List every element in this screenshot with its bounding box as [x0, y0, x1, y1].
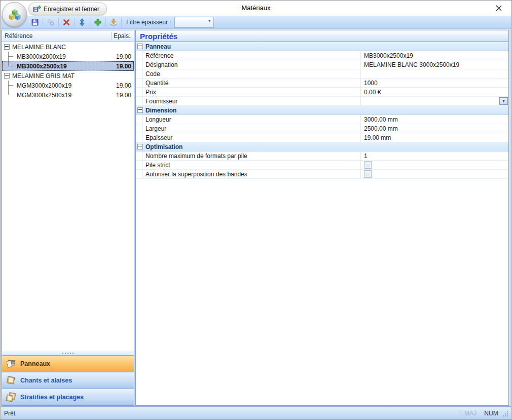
row-gutter [136, 115, 142, 124]
property-name: Epaisseur [142, 133, 361, 142]
section-header-panneau[interactable]: Panneau [136, 42, 508, 51]
tree-row[interactable]: MB3000x2000x1919.00 [2, 52, 134, 61]
toolbar-separator [74, 18, 75, 27]
nav-item-label: Stratifiés et placages [20, 394, 84, 401]
property-value[interactable]: 3000.00 mm [361, 115, 508, 124]
section-header-dimension[interactable]: Dimension [136, 106, 508, 115]
tree-connector [4, 81, 15, 90]
tree-connector [4, 90, 15, 100]
property-row-designation: DésignationMELAMINE BLANC 3000x2500x19 [136, 60, 508, 69]
tree-row-thickness: 19.00 [111, 92, 134, 99]
main-toolbar: Filtre épaisseur : ▼ [1, 16, 511, 29]
filter-thickness-label: Filtre épaisseur : [126, 19, 171, 26]
column-thickness[interactable]: Epais. [112, 32, 134, 40]
property-row-longueur: Longueur3000.00 mm [136, 115, 508, 124]
collapse-toggle[interactable] [137, 144, 143, 149]
properties-panel: Propriétés PanneauRéférenceMB3000x2500x1… [135, 30, 509, 406]
tree-row[interactable]: MGM3000x2000x1919.00 [2, 81, 134, 90]
property-value[interactable] [361, 170, 508, 178]
property-name: Prix [142, 88, 361, 96]
property-name: Désignation [142, 60, 361, 69]
property-value[interactable]: 1000 [361, 79, 508, 87]
column-reference[interactable]: Référence [2, 32, 111, 40]
property-value[interactable]: MB3000x2500x19 [361, 51, 508, 60]
property-value-text: MB3000x2500x19 [364, 52, 413, 59]
property-name: Nombre maximum de formats par pile [142, 151, 361, 160]
resize-grip-icon[interactable] [502, 410, 510, 418]
property-value-text: MELAMINE BLANC 3000x2500x19 [364, 61, 459, 68]
property-name: Autoriser la superposition des bandes [142, 170, 361, 178]
row-gutter [136, 97, 142, 105]
tree-row-thickness: 19.00 [111, 53, 134, 60]
properties-title: Propriétés [136, 30, 508, 42]
property-row-nombre-maximum-de-formats-par-pile: Nombre maximum de formats par pile1 [136, 151, 508, 161]
row-gutter [136, 69, 142, 78]
row-gutter [136, 133, 142, 142]
property-value[interactable]: 1 [361, 151, 508, 160]
property-name: Quantité [142, 79, 361, 87]
tree-row-label: MGM3000x2500x19 [17, 92, 71, 99]
materials-tree: MELAMINE BLANCMB3000x2000x1919.00MB3000x… [2, 42, 134, 351]
collapse-toggle[interactable] [137, 44, 143, 49]
toolbar-separator [58, 18, 59, 27]
property-row-code: Code [136, 69, 508, 79]
property-value[interactable] [361, 161, 508, 169]
toolbar-button-save[interactable] [29, 17, 41, 28]
property-row-pile-strict: Pile strict [136, 161, 508, 170]
toolbar-button-import[interactable] [107, 17, 120, 28]
toolbar-button-add[interactable] [92, 17, 104, 28]
application-menu-button[interactable] [2, 2, 27, 27]
row-gutter [136, 170, 142, 178]
materials-window: Matériaux Enregistrer et fermer [0, 0, 512, 420]
property-value-text: 19.00 mm [364, 134, 391, 141]
num-lock-indicator: NUM [481, 410, 502, 417]
save-icon [31, 18, 39, 26]
tree-column-header[interactable]: Référence Epais. [2, 30, 134, 42]
checkbox[interactable] [364, 161, 372, 169]
property-value[interactable]: MELAMINE BLANC 3000x2500x19 [361, 60, 508, 69]
toolbar-button-move-up-down[interactable] [76, 17, 88, 28]
property-name: Largeur [142, 124, 361, 133]
app-cubes-icon [6, 6, 23, 23]
properties-grid: PanneauRéférenceMB3000x2500x19Désignatio… [136, 42, 508, 405]
tree-row-label: MGM3000x2000x19 [17, 82, 71, 89]
save-and-close-label: Enregistrer et fermer [44, 6, 99, 13]
checkbox[interactable] [364, 170, 372, 178]
row-gutter [136, 60, 142, 69]
edge-band-icon [5, 375, 17, 386]
property-value[interactable]: ▼ [361, 97, 508, 105]
collapse-toggle[interactable] [4, 73, 10, 79]
property-value-text: 3000.00 mm [364, 116, 398, 123]
tree-row-label: MB3000x2500x19 [17, 63, 67, 70]
save-and-close-button[interactable]: Enregistrer et fermer [28, 3, 107, 15]
section-header-optimisation[interactable]: Optimisation [136, 142, 508, 151]
property-value-text: 1000 [364, 80, 378, 87]
property-value[interactable]: 0.00 € [361, 88, 508, 96]
dropdown-button[interactable]: ▼ [499, 97, 508, 105]
property-value[interactable]: 2500.00 mm [361, 124, 508, 133]
nav-item-label: Chants et alaises [20, 377, 72, 384]
nav-splitter[interactable] [2, 351, 134, 355]
laminate-icon [5, 392, 17, 403]
collapse-toggle[interactable] [4, 44, 10, 50]
property-value[interactable]: 19.00 mm [361, 133, 508, 142]
property-row-quantite: Quantité1000 [136, 79, 508, 88]
collapse-toggle[interactable] [137, 107, 143, 113]
toolbar-separator [90, 18, 90, 27]
tree-row-thickness: 19.00 [111, 82, 134, 89]
property-row-epaisseur: Epaisseur19.00 mm [136, 133, 508, 142]
close-button[interactable] [492, 3, 505, 14]
property-value[interactable] [361, 69, 508, 78]
property-row-largeur: Largeur2500.00 mm [136, 124, 508, 133]
tree-group-row[interactable]: MELAMINE GRIS MAT [2, 71, 134, 81]
tree-group-row[interactable]: MELAMINE BLANC [2, 42, 134, 52]
panels-stack-icon [5, 358, 17, 369]
toolbar-button-delete[interactable] [60, 17, 72, 28]
nav-item-panneaux[interactable]: Panneaux [2, 355, 134, 372]
toolbar-button-link[interactable] [45, 17, 57, 28]
tree-row[interactable]: MGM3000x2500x1919.00 [2, 90, 134, 100]
tree-row[interactable]: MB3000x2500x1919.00 [2, 61, 134, 71]
nav-item-chants-et-alaises[interactable]: Chants et alaises [2, 372, 134, 389]
filter-thickness-select[interactable]: ▼ [174, 17, 214, 28]
nav-item-stratifies-et-placages[interactable]: Stratifiés et placages [2, 389, 134, 405]
